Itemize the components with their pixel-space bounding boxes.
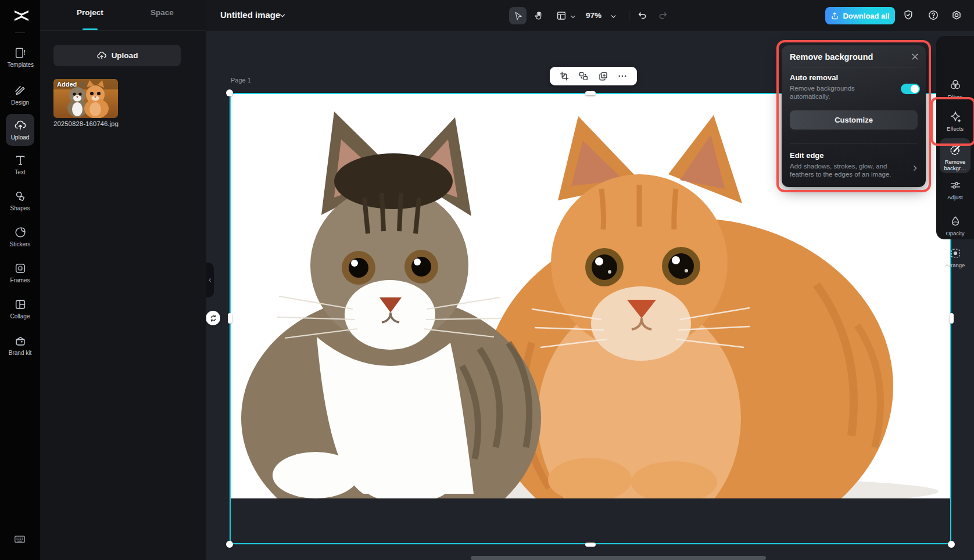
settings-gear-icon xyxy=(951,9,962,21)
keyboard-shortcuts-button[interactable] xyxy=(13,533,26,545)
selection-handle-top-middle[interactable] xyxy=(585,91,596,95)
settings-button[interactable] xyxy=(948,6,965,24)
selection-handle-bottom-right[interactable] xyxy=(948,541,955,548)
upload-button[interactable]: Upload xyxy=(53,45,181,66)
edit-edge-description: Add shadows, strokes, glow, and feathers… xyxy=(790,163,898,178)
edit-tools-strip: Filters Effects Remove backgr… Adjust Op… xyxy=(936,36,974,239)
tool-effects[interactable]: Effects xyxy=(936,110,974,132)
sidebar-item-stickers[interactable]: Stickers xyxy=(0,226,40,247)
selection-handle-bottom-middle[interactable] xyxy=(585,543,596,547)
auto-removal-description: Remove backgrounds automatically. xyxy=(790,85,877,100)
image-toolbar xyxy=(550,67,637,85)
arrange-icon xyxy=(949,247,962,260)
replace-button[interactable] xyxy=(578,71,589,81)
customize-button[interactable]: Customize xyxy=(790,110,918,130)
rotate-handle[interactable] xyxy=(206,311,220,325)
crop-button[interactable] xyxy=(559,71,570,81)
redo-button[interactable] xyxy=(654,7,672,24)
crop-icon xyxy=(559,71,570,81)
zoom-chevron-down-icon[interactable] xyxy=(610,13,617,20)
auto-removal-toggle[interactable] xyxy=(901,84,920,94)
close-panel-button[interactable] xyxy=(911,52,919,61)
sidebar-item-upload[interactable]: Upload xyxy=(0,119,40,141)
chevron-left-icon xyxy=(207,278,213,283)
media-item-thumbnail[interactable]: Added xyxy=(53,79,118,118)
brand-kit-icon xyxy=(14,335,27,347)
panel-collapse-button[interactable] xyxy=(206,263,214,297)
remove-background-wand-icon xyxy=(949,143,962,156)
undo-icon xyxy=(637,10,647,21)
tab-project[interactable]: Project xyxy=(77,8,103,17)
sidebar-item-text[interactable]: Text xyxy=(0,154,40,175)
selection-handle-left-middle[interactable] xyxy=(228,313,232,324)
hand-tool-button[interactable] xyxy=(530,7,547,24)
close-icon xyxy=(911,52,919,61)
toolbar-divider xyxy=(629,10,629,21)
upload-cloud-icon xyxy=(96,51,107,61)
undo-button[interactable] xyxy=(633,7,651,24)
panel-divider xyxy=(790,67,918,67)
duplicate-icon xyxy=(598,71,608,81)
zoom-level[interactable]: 97% xyxy=(586,11,601,20)
filters-icon xyxy=(949,78,962,91)
upload-cloud-icon xyxy=(14,119,27,132)
layout-chevron-down-icon[interactable] xyxy=(570,13,576,20)
edit-edge-title: Edit edge xyxy=(790,151,824,160)
top-bar: Untitled image 97% Download all xyxy=(206,0,974,31)
auto-removal-title: Auto removal xyxy=(790,73,838,82)
selection-handle-top-left[interactable] xyxy=(226,89,233,96)
toggle-knob xyxy=(911,85,919,93)
app-sidebar: Templates Design Upload Text Shapes Stic… xyxy=(0,0,40,560)
redo-icon xyxy=(658,10,668,21)
title-chevron-down-icon[interactable] xyxy=(278,12,287,20)
sidebar-item-frames[interactable]: Frames xyxy=(0,262,40,283)
sidebar-item-collage[interactable]: Collage xyxy=(0,298,40,320)
shield-check-icon xyxy=(903,9,914,21)
hand-icon xyxy=(533,10,544,21)
page-label: Page 1 xyxy=(231,77,251,84)
canvas-layout-button[interactable] xyxy=(553,7,570,24)
tab-divider xyxy=(40,30,206,31)
panel-title: Remove background xyxy=(790,52,873,62)
duplicate-button[interactable] xyxy=(598,71,608,81)
horizontal-scrollbar[interactable] xyxy=(471,556,766,560)
tool-adjust[interactable]: Adjust xyxy=(936,179,974,200)
more-options-button[interactable] xyxy=(617,71,628,81)
download-all-button[interactable]: Download all xyxy=(825,7,895,24)
added-badge: Added xyxy=(57,81,77,88)
capcut-logo[interactable] xyxy=(12,6,31,25)
sidebar-item-brand-kit[interactable]: Brand kit xyxy=(0,335,40,356)
chevron-right-icon xyxy=(911,164,919,172)
templates-icon xyxy=(14,46,27,59)
sidebar-item-design[interactable]: Design xyxy=(0,84,40,106)
replace-icon xyxy=(578,71,589,81)
download-icon xyxy=(830,12,839,20)
stickers-icon xyxy=(14,226,27,239)
help-button[interactable] xyxy=(925,6,942,24)
tool-opacity[interactable]: Opacity xyxy=(936,215,974,236)
document-title[interactable]: Untitled image xyxy=(220,10,280,20)
layout-icon xyxy=(556,10,567,21)
shapes-icon xyxy=(14,190,27,203)
tab-space[interactable]: Space xyxy=(151,8,174,17)
sidebar-item-shapes[interactable]: Shapes xyxy=(0,190,40,211)
collage-icon xyxy=(14,298,27,311)
select-tool-button[interactable] xyxy=(509,7,527,24)
cursor-icon xyxy=(513,11,523,21)
sidebar-item-templates[interactable]: Templates xyxy=(0,46,40,68)
tool-filters[interactable]: Filters xyxy=(936,78,974,100)
text-icon xyxy=(14,154,27,167)
tool-arrange[interactable]: Arrange xyxy=(936,247,974,268)
remove-background-panel: Remove background Auto removal Remove ba… xyxy=(782,45,926,187)
tool-remove-background[interactable]: Remove backgr… xyxy=(936,143,974,171)
edit-edge-button[interactable] xyxy=(911,164,919,172)
media-panel: Project Space Upload xyxy=(40,0,206,560)
keyboard-icon xyxy=(13,533,26,545)
selection-handle-right-middle[interactable] xyxy=(950,313,954,324)
more-icon xyxy=(617,71,628,81)
selection-handle-bottom-left[interactable] xyxy=(226,541,233,548)
help-icon xyxy=(928,9,939,21)
frames-icon xyxy=(14,262,27,275)
safety-shield-button[interactable] xyxy=(900,6,917,24)
panel-divider xyxy=(790,143,918,143)
